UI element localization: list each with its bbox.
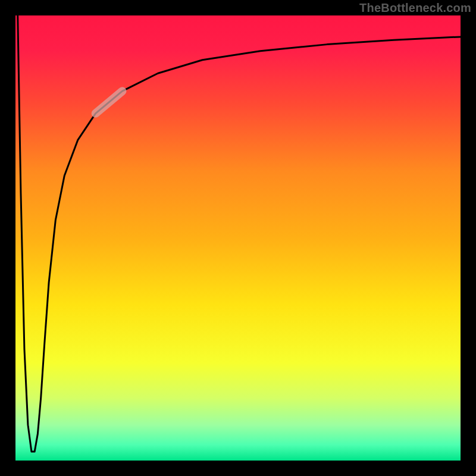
- bottleneck-chart: [0, 0, 476, 476]
- plot-area: [15, 15, 461, 461]
- chart-stage: TheBottleneck.com: [0, 0, 476, 476]
- watermark-text: TheBottleneck.com: [359, 1, 471, 15]
